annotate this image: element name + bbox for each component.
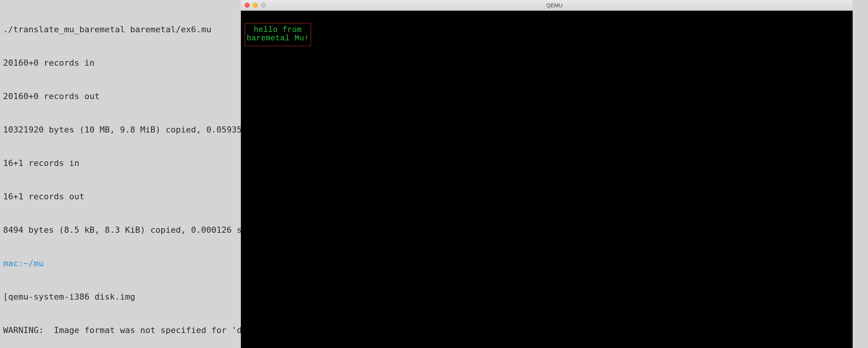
terminal-output-line: ./translate_mu_baremetal baremetal/ex6.m…	[3, 24, 238, 35]
terminal-output-line: 10321920 bytes (10 MB, 9.8 MiB) copied, …	[3, 124, 238, 135]
hello-line-2: baremetal Mu!	[247, 34, 309, 43]
qemu-screen[interactable]: hello from baremetal Mu!	[241, 11, 868, 348]
hello-message-box: hello from baremetal Mu!	[245, 23, 311, 46]
qemu-titlebar[interactable]: QEMU	[241, 0, 868, 11]
maximize-icon[interactable]	[261, 3, 266, 8]
minimize-icon[interactable]	[253, 3, 258, 8]
right-margin	[853, 0, 868, 348]
close-icon[interactable]	[245, 3, 250, 8]
qemu-window: QEMU hello from baremetal Mu!	[241, 0, 868, 348]
terminal-warning-line: WARNING: Image format was not specified …	[3, 325, 238, 336]
terminal-output-line: 20160+0 records in	[3, 57, 238, 68]
terminal-prompt: mac:~/mu	[3, 258, 238, 269]
window-title: QEMU	[547, 2, 563, 8]
terminal-output-line: 16+1 records out	[3, 191, 238, 202]
terminal-output-line: 20160+0 records out	[3, 91, 238, 102]
terminal-output-line: 8494 bytes (8.5 kB, 8.3 KiB) copied, 0.0…	[3, 224, 238, 235]
window-controls	[245, 3, 266, 8]
terminal-output-line: 16+1 records in	[3, 157, 238, 169]
terminal-command-line: [qemu-system-i386 disk.img	[3, 291, 238, 302]
hello-line-1: hello from	[247, 26, 309, 34]
terminal-pane[interactable]: ./translate_mu_baremetal baremetal/ex6.m…	[0, 0, 241, 348]
